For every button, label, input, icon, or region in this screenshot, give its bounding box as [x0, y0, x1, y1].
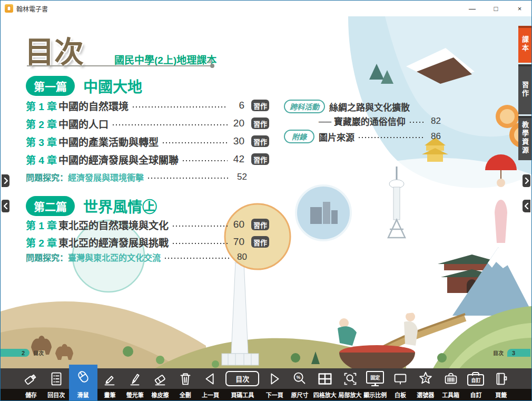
chevron-right-icon — [5, 178, 7, 183]
tool-toolbox[interactable]: 工具箱 — [438, 368, 464, 400]
chapter-label: 第 2 章 — [26, 116, 58, 131]
tool-original-size[interactable]: % 原尺寸 — [287, 368, 312, 400]
chapter-title: 中國的產業活動與轉型 — [58, 134, 159, 149]
toc-row-inquiry-1[interactable]: 問題探究： 經濟發展與環境衝擊 52 — [26, 170, 247, 184]
tab-resources[interactable]: 教學資源 — [518, 116, 531, 160]
right-back-arrow[interactable] — [523, 200, 530, 212]
toc-row-s2-ch1[interactable]: 第 1 章 東北亞的自然環境與文化 60 — [26, 217, 244, 232]
chapter-label: 第 3 章 — [26, 134, 58, 149]
dot-leader — [172, 241, 228, 246]
chapter-label: 第 1 章 — [26, 99, 58, 113]
tool-partial-zoom[interactable]: 局部放大 — [338, 368, 363, 400]
dot-leader — [112, 123, 228, 127]
tool-display-ratio[interactable]: 固定 顯示比例 — [362, 368, 388, 400]
grid-2x2-icon — [316, 370, 334, 388]
title-rule — [27, 65, 210, 66]
page-title: 目次 — [25, 28, 84, 71]
app-logo-icon — [5, 4, 13, 13]
close-button[interactable]: × — [508, 1, 531, 16]
toc-row-s2-ch2[interactable]: 第 2 章 東北亞的經濟發展與挑戰 70 — [26, 234, 244, 250]
left-page-label: 目次 — [33, 349, 44, 357]
extra-subtitle: ── 寶藏巖的通俗信仰 — [319, 114, 406, 128]
dot-leader — [132, 105, 228, 109]
chapter-page: 80 — [233, 252, 247, 262]
left-back-arrow[interactable] — [2, 200, 9, 212]
section-badge: 第二篇 — [26, 196, 75, 216]
workbook-badge-s2-ch1[interactable]: 習作 — [251, 219, 269, 230]
dot-leader — [164, 256, 230, 260]
tool-custom[interactable]: 自訂 自訂 — [464, 368, 489, 400]
section-2-header: 第二篇 世界風情㊤ — [26, 195, 157, 217]
chapter-label: 第 4 章 — [26, 152, 58, 167]
tool-whiteboard[interactable]: 白板 — [388, 368, 413, 400]
chapter-label: 第 1 章 — [26, 218, 58, 232]
eraser-icon — [151, 370, 169, 388]
whiteboard-icon — [391, 370, 409, 388]
extra-row-cross-activity-line2[interactable]: ── 寶藏巖的通俗信仰 82 — [319, 114, 441, 128]
chapter-page: 52 — [233, 172, 247, 182]
appendix-badge: 附錄 — [284, 130, 314, 143]
side-tab-group: 課本 習作 教學資源 — [518, 26, 531, 162]
toc-row-ch2[interactable]: 第 2 章 中國的人口 20 — [26, 115, 244, 131]
workbook-badge-ch4[interactable]: 習作 — [251, 153, 269, 165]
tab-workbook[interactable]: 習作 — [518, 64, 531, 114]
workbook-badge-ch3[interactable]: 習作 — [251, 135, 269, 147]
prev-triangle-icon — [201, 370, 219, 388]
extra-title: 絲綢之路與文化擴散 — [329, 100, 410, 113]
tool-quad-zoom[interactable]: 四格放大 — [312, 368, 338, 400]
extra-row-appendix[interactable]: 附錄 圖片來源 86 — [284, 130, 441, 143]
tool-highlighter[interactable]: 螢光筆 — [122, 368, 147, 400]
chapter-title: 中國的自然環境 — [58, 99, 129, 113]
toc-row-ch4[interactable]: 第 4 章 中國的經濟發展與全球關聯 42 — [26, 151, 244, 167]
chevron-left-icon — [525, 203, 528, 209]
usb-save-icon — [22, 370, 40, 388]
chapter-title: 東北亞的自然環境與文化 — [58, 218, 169, 232]
tool-save[interactable]: 儲存 — [18, 368, 44, 400]
workbook-badge-ch1[interactable]: 習作 — [251, 100, 269, 111]
tool-prev-page[interactable]: 上一頁 — [198, 368, 223, 400]
trash-icon — [176, 370, 194, 388]
right-forward-arrow[interactable] — [523, 174, 530, 187]
tool-pen[interactable]: 畫筆 — [97, 368, 123, 400]
chapter-page: 86 — [427, 131, 441, 142]
tool-eraser[interactable]: 橡皮擦 — [147, 368, 173, 400]
left-forward-arrow[interactable] — [2, 174, 9, 187]
dot-leader — [182, 159, 228, 163]
app-title: 翰林電子書 — [16, 4, 48, 13]
tool-number-picker[interactable]: 7 選號器 — [413, 368, 438, 400]
tool-page-number[interactable]: 目次 頁碼工具 — [223, 368, 262, 400]
section-1-header: 第一篇 中國大地 — [26, 75, 142, 96]
tool-mouse[interactable]: 滑鼠 — [69, 365, 97, 400]
book-page: 目次 國民中學(2上)地理課本 第一篇 中國大地 第 1 章 中國的自然環境 6… — [1, 16, 531, 369]
tool-back-to-toc[interactable]: 回目次 — [44, 368, 69, 400]
tool-next-page[interactable]: 下一頁 — [262, 368, 287, 400]
extra-row-cross-activity[interactable]: 跨科活動 絲綢之路與文化擴散 — [284, 100, 410, 113]
title-bar: 翰林電子書 — □ × — [1, 1, 531, 16]
highlighter-icon — [126, 370, 144, 388]
toc-row-ch1[interactable]: 第 1 章 中國的自然環境 6 — [26, 97, 244, 113]
page-number-button[interactable]: 目次 — [225, 371, 259, 386]
minimize-button[interactable]: — — [460, 1, 484, 16]
chapter-page: 20 — [231, 118, 244, 129]
left-page-marker: 2 目次 — [1, 349, 47, 357]
chapter-page: 30 — [231, 135, 244, 147]
tool-delete-all[interactable]: 全刪 — [173, 368, 198, 400]
right-page-number: 3 — [507, 349, 530, 357]
svg-text:7: 7 — [424, 375, 427, 381]
tab-textbook[interactable]: 課本 — [518, 26, 531, 63]
inquiry-prefix: 問題探究： — [26, 171, 68, 183]
zoom-area-icon — [341, 370, 359, 388]
inquiry-title: 臺灣與東北亞的文化交流 — [68, 251, 161, 263]
window-controls: — □ × — [460, 1, 531, 16]
toc-row-inquiry-2[interactable]: 問題探究： 臺灣與東北亞的文化交流 80 — [26, 250, 247, 264]
maximize-button[interactable]: □ — [484, 1, 508, 16]
left-page-number: 2 — [1, 349, 29, 357]
bottom-toolbar: 儲存 回目次 滑鼠 畫筆 — [1, 368, 531, 400]
toc-row-ch3[interactable]: 第 3 章 中國的產業活動與轉型 30 — [26, 133, 244, 149]
tool-page-tabs[interactable]: 頁籤 — [488, 368, 514, 400]
pen-icon — [101, 370, 119, 388]
mouse-icon — [74, 368, 92, 386]
workbook-badge-s2-ch2[interactable]: 習作 — [251, 236, 269, 248]
workbook-badge-ch2[interactable]: 習作 — [251, 118, 269, 129]
dot-leader — [162, 141, 228, 145]
